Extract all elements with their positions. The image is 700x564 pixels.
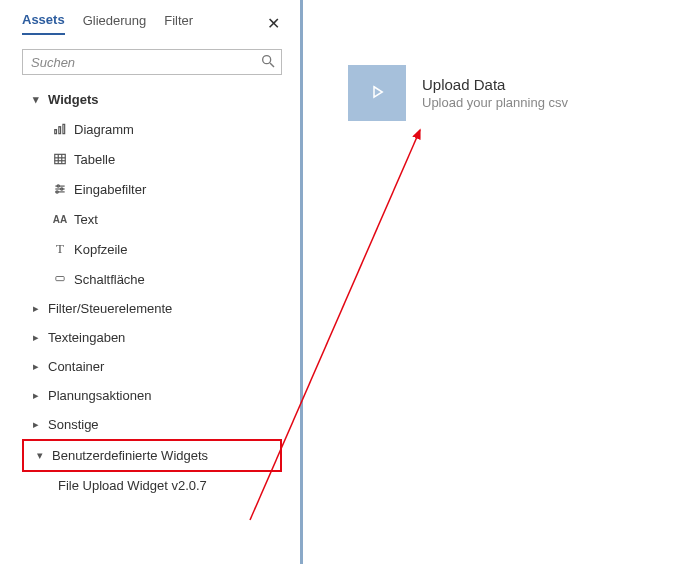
tab-outline[interactable]: Gliederung — [83, 13, 147, 34]
assets-panel: Assets Gliederung Filter ✕ ▾ Widgets Dia… — [0, 0, 300, 564]
search-icon — [260, 53, 276, 69]
tree-group-other[interactable]: ▸ Sonstige — [22, 410, 282, 439]
tree-group-filter[interactable]: ▸ Filter/Steuerelemente — [22, 294, 282, 323]
tree-label: Benutzerdefinierte Widgets — [52, 448, 208, 463]
button-icon — [52, 271, 68, 287]
table-icon — [52, 151, 68, 167]
chevron-right-icon: ▸ — [30, 360, 42, 373]
play-icon — [368, 83, 386, 104]
svg-rect-16 — [56, 277, 64, 281]
svg-line-1 — [270, 63, 274, 67]
chevron-right-icon: ▸ — [30, 302, 42, 315]
tab-assets[interactable]: Assets — [22, 12, 65, 35]
upload-widget-text: Upload Data Upload your planning csv — [422, 76, 568, 110]
tree-item-label: Diagramm — [74, 122, 134, 137]
upload-widget-title: Upload Data — [422, 76, 568, 93]
text-icon: AA — [52, 211, 68, 227]
tree-item-file-upload-widget[interactable]: File Upload Widget v2.0.7 — [22, 472, 282, 499]
tree-item-label: Text — [74, 212, 98, 227]
tree-item-header[interactable]: T Kopfzeile — [22, 234, 282, 264]
tab-filter[interactable]: Filter — [164, 13, 193, 34]
header-icon: T — [52, 241, 68, 257]
tree-item-table[interactable]: Tabelle — [22, 144, 282, 174]
tree-item-text[interactable]: AA Text — [22, 204, 282, 234]
tree-label: Widgets — [48, 92, 98, 107]
close-icon[interactable]: ✕ — [267, 14, 282, 33]
panel-tabs: Assets Gliederung Filter ✕ — [22, 8, 282, 35]
tree-item-inputfilter[interactable]: Eingabefilter — [22, 174, 282, 204]
svg-rect-3 — [59, 127, 61, 134]
tree-label: Filter/Steuerelemente — [48, 301, 172, 316]
svg-rect-4 — [63, 124, 65, 133]
chevron-right-icon: ▸ — [30, 331, 42, 344]
search-field[interactable] — [22, 49, 282, 75]
upload-widget-subtitle: Upload your planning csv — [422, 95, 568, 110]
asset-tree: ▾ Widgets Diagramm Tabelle Eingabefi — [22, 85, 282, 499]
chevron-right-icon: ▸ — [30, 418, 42, 431]
tree-label: Sonstige — [48, 417, 99, 432]
tree-group-textinput[interactable]: ▸ Texteingaben — [22, 323, 282, 352]
chevron-right-icon: ▸ — [30, 389, 42, 402]
tree-group-container[interactable]: ▸ Container — [22, 352, 282, 381]
chevron-down-icon: ▾ — [34, 449, 46, 462]
canvas-area: Upload Data Upload your planning csv — [300, 0, 700, 564]
tree-group-custom-widgets[interactable]: ▾ Benutzerdefinierte Widgets — [26, 441, 278, 470]
tree-item-chart[interactable]: Diagramm — [22, 114, 282, 144]
svg-rect-2 — [55, 130, 57, 134]
svg-marker-17 — [374, 86, 382, 97]
highlight-box: ▾ Benutzerdefinierte Widgets — [22, 439, 282, 472]
tree-group-widgets[interactable]: ▾ Widgets — [22, 85, 282, 114]
tree-item-button[interactable]: Schaltfläche — [22, 264, 282, 294]
tree-item-label: Eingabefilter — [74, 182, 146, 197]
tree-item-label: Schaltfläche — [74, 272, 145, 287]
tree-item-label: Kopfzeile — [74, 242, 127, 257]
tree-label: Planungsaktionen — [48, 388, 151, 403]
svg-rect-5 — [55, 154, 66, 163]
search-input[interactable] — [22, 49, 282, 75]
svg-point-0 — [263, 56, 271, 64]
chart-icon — [52, 121, 68, 137]
tree-label: Texteingaben — [48, 330, 125, 345]
slider-icon — [52, 181, 68, 197]
tree-label: Container — [48, 359, 104, 374]
tree-item-label: Tabelle — [74, 152, 115, 167]
tree-group-planning[interactable]: ▸ Planungsaktionen — [22, 381, 282, 410]
upload-widget-tile[interactable] — [348, 65, 406, 121]
chevron-down-icon: ▾ — [30, 93, 42, 106]
upload-widget[interactable]: Upload Data Upload your planning csv — [348, 65, 700, 121]
